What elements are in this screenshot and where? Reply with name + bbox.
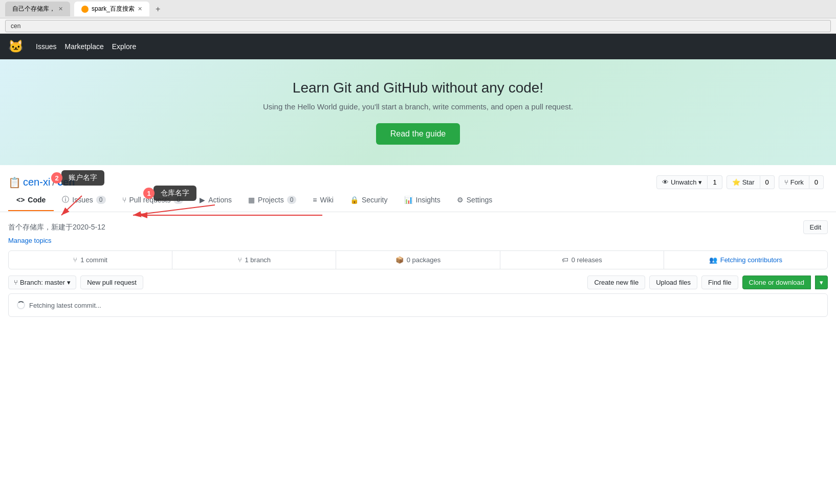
branches-value: 1 branch xyxy=(245,256,271,264)
contributors-link[interactable]: Fetching contributors xyxy=(720,256,782,264)
edit-button[interactable]: Edit xyxy=(803,220,828,234)
new-pr-button[interactable]: New pull request xyxy=(80,276,143,289)
branches-icon: ⑂ xyxy=(238,256,242,264)
eye-icon: 👁 xyxy=(662,178,669,186)
fetching-text: Fetching latest commit... xyxy=(29,302,101,309)
releases-icon: 🏷 xyxy=(562,256,568,264)
issues-icon: ⓘ xyxy=(62,195,69,204)
repo-book-icon: 📋 xyxy=(8,176,21,189)
hero-banner: Learn Git and GitHub without any code! U… xyxy=(0,59,836,165)
address-bar-row: cen xyxy=(0,18,836,34)
insights-icon: 📊 xyxy=(404,196,413,204)
stat-branches: ⑂ 1 branch xyxy=(172,251,336,269)
repo-content: 首个存储库，新建于2020-5-12 Edit Manage topics ⑂ … xyxy=(0,212,836,325)
tab-code[interactable]: <> Code xyxy=(8,190,54,211)
tab-issues[interactable]: ⓘ Issues 0 xyxy=(54,189,114,212)
fork-count: 0 xyxy=(809,175,824,189)
unwatch-caret: ▾ xyxy=(698,178,702,186)
fork-icon: ⑂ xyxy=(784,178,788,186)
manage-topics-link[interactable]: Manage topics xyxy=(8,237,52,244)
star-button[interactable]: ⭐ Star xyxy=(727,175,760,189)
commits-icon: ⑂ xyxy=(73,256,77,264)
create-file-button[interactable]: Create new file xyxy=(587,276,645,289)
tab2-label: spark_百度搜索 xyxy=(92,5,135,13)
file-toolbar: ⑂ Branch: master ▾ New pull request Crea… xyxy=(8,276,828,289)
repo-owner-link[interactable]: cen-xi xyxy=(23,176,50,188)
packages-icon: 📦 xyxy=(395,256,404,264)
projects-badge: 0 xyxy=(287,196,297,204)
actions-icon: ▶ xyxy=(200,196,205,204)
tab-wiki[interactable]: ≡ Wiki xyxy=(304,190,342,211)
stat-commits: ⑂ 1 commit xyxy=(9,251,172,269)
find-file-button[interactable]: Find file xyxy=(701,276,738,289)
read-guide-button[interactable]: Read the guide xyxy=(376,123,460,145)
star-count: 0 xyxy=(760,175,775,189)
repo-actions: 👁 Unwatch ▾ 1 ⭐ Star 0 ⑂ Fork 0 xyxy=(656,175,828,189)
tab-favicon xyxy=(81,6,89,13)
address-bar[interactable]: cen xyxy=(5,20,831,32)
tab-actions-label: Actions xyxy=(208,196,232,204)
tab-actions[interactable]: ▶ Actions xyxy=(191,190,240,211)
clone-download-caret[interactable]: ▾ xyxy=(815,276,828,289)
new-tab-button[interactable]: + xyxy=(156,5,160,14)
fork-group: ⑂ Fork 0 xyxy=(779,175,824,189)
contributors-icon: 👥 xyxy=(709,256,717,264)
repo-header-row: 📋 cen-xi / cen 👁 Unwatch ▾ 1 ⭐ Star 0 xyxy=(8,175,828,189)
wiki-icon: ≡ xyxy=(313,196,317,204)
tab-security[interactable]: 🔒 Security xyxy=(342,190,396,211)
tab1-label: 自己个存储库， xyxy=(12,5,55,13)
github-logo: 🐱 xyxy=(8,39,24,54)
clone-download-button[interactable]: Clone or download xyxy=(742,276,811,289)
watch-group: 👁 Unwatch ▾ 1 xyxy=(656,175,722,189)
unwatch-button[interactable]: 👁 Unwatch ▾ xyxy=(656,175,708,189)
tab-insights[interactable]: 📊 Insights xyxy=(396,190,449,211)
tab2-close[interactable]: ✕ xyxy=(138,6,142,12)
stat-packages: 📦 0 packages xyxy=(336,251,500,269)
tab-insights-label: Insights xyxy=(416,196,441,204)
stat-releases: 🏷 0 releases xyxy=(500,251,664,269)
tab-projects[interactable]: ▦ Projects 0 xyxy=(240,190,304,211)
loading-spinner xyxy=(17,301,25,309)
tab1-close[interactable]: ✕ xyxy=(58,6,63,12)
star-group: ⭐ Star 0 xyxy=(727,175,775,189)
repo-description: 首个存储库，新建于2020-5-12 xyxy=(8,223,105,232)
security-icon: 🔒 xyxy=(350,196,359,204)
hero-subtitle: Using the Hello World guide, you'll star… xyxy=(10,102,826,111)
branch-label: Branch: master xyxy=(20,279,65,286)
packages-value: 0 packages xyxy=(407,256,441,264)
releases-value: 0 releases xyxy=(571,256,602,264)
projects-icon: ▦ xyxy=(248,196,255,204)
code-icon: <> xyxy=(16,196,25,204)
tab-active[interactable]: spark_百度搜索 ✕ xyxy=(74,2,149,16)
hero-title: Learn Git and GitHub without any code! xyxy=(10,80,826,96)
tooltip-account-name: 账户名字 xyxy=(61,170,104,186)
repo-tabs: <> Code ⓘ Issues 0 ⑂ Pull requests 0 ▶ A… xyxy=(0,189,836,212)
pr-icon: ⑂ xyxy=(122,196,126,204)
stat-contributors: 👥 Fetching contributors xyxy=(664,251,827,269)
description-row: 首个存储库，新建于2020-5-12 Edit xyxy=(8,220,828,234)
issues-badge: 0 xyxy=(96,196,106,204)
branch-selector[interactable]: ⑂ Branch: master ▾ xyxy=(8,276,76,289)
repo-header-area: 账户名字 2 仓库名字 1 📋 cen-xi / cen xyxy=(0,165,836,189)
settings-icon: ⚙ xyxy=(457,196,464,204)
nav-marketplace[interactable]: Marketplace xyxy=(64,42,103,51)
branch-icon: ⑂ xyxy=(14,279,18,286)
fetching-row: Fetching latest commit... xyxy=(8,293,828,317)
tab-security-label: Security xyxy=(362,196,388,204)
branch-caret: ▾ xyxy=(67,279,71,286)
watch-count: 1 xyxy=(708,175,722,189)
tab-inactive[interactable]: 自己个存储库， ✕ xyxy=(5,2,70,16)
badge-2: 2 xyxy=(51,172,62,184)
tab-settings[interactable]: ⚙ Settings xyxy=(449,190,501,211)
star-icon: ⭐ xyxy=(732,178,740,186)
fork-button[interactable]: ⑂ Fork xyxy=(779,175,809,189)
commits-value: 1 commit xyxy=(80,256,107,264)
tooltip-repo-name: 仓库名字 xyxy=(153,186,196,201)
badge-1: 1 xyxy=(143,188,155,199)
nav-issues[interactable]: Issues xyxy=(36,42,56,51)
nav-explore[interactable]: Explore xyxy=(112,42,136,51)
address-text: cen xyxy=(11,22,20,30)
upload-files-button[interactable]: Upload files xyxy=(649,276,697,289)
stats-bar: ⑂ 1 commit ⑂ 1 branch 📦 0 packages 🏷 0 r… xyxy=(8,250,828,269)
browser-chrome: 自己个存储库， ✕ spark_百度搜索 ✕ + xyxy=(0,0,836,18)
